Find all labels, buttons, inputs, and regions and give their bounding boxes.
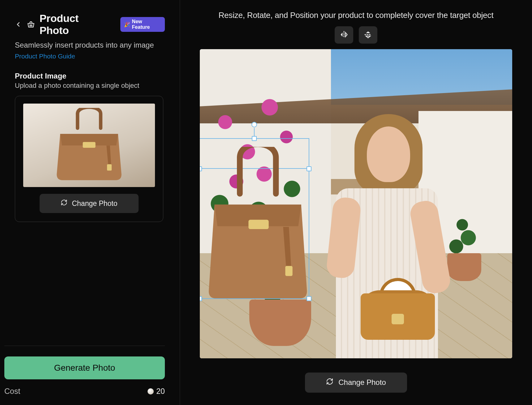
change-scene-photo-label: Change Photo <box>338 378 386 387</box>
product-thumbnail-card: Change Photo <box>15 96 163 222</box>
flip-horizontal-button[interactable] <box>335 26 353 44</box>
page-subtitle: Seamlessly insert products into any imag… <box>15 41 165 49</box>
back-chevron-icon[interactable] <box>14 20 22 28</box>
resize-handle-tm[interactable] <box>252 136 257 141</box>
coin-icon <box>148 388 154 394</box>
rotate-handle[interactable] <box>251 122 257 127</box>
refresh-icon <box>326 378 333 387</box>
product-image-title: Product Image <box>15 72 165 80</box>
person-placeholder <box>317 105 453 358</box>
refresh-icon <box>61 199 67 208</box>
main-canvas-area: Resize, Rotate, and Position your produc… <box>180 0 532 405</box>
party-emoji-icon: 🎉 <box>124 22 130 28</box>
target-bag <box>361 278 435 340</box>
flip-vertical-icon <box>364 30 372 40</box>
svg-rect-3 <box>83 142 95 148</box>
svg-rect-4 <box>107 164 112 171</box>
flip-vertical-button[interactable] <box>359 26 377 44</box>
cost-label: Cost <box>4 387 20 396</box>
product-image-desc: Upload a photo containing a single objec… <box>15 82 165 90</box>
editor-canvas[interactable] <box>200 49 512 358</box>
cost-row: Cost 20 <box>4 387 165 396</box>
cost-value: 20 <box>156 387 165 396</box>
new-feature-badge: 🎉 New Feature <box>120 17 165 32</box>
guide-link[interactable]: Product Photo Guide <box>15 53 75 60</box>
product-thumbnail <box>23 104 155 187</box>
change-scene-photo-button[interactable]: Change Photo <box>305 373 407 393</box>
svg-rect-7 <box>248 220 268 229</box>
badge-label: New Feature <box>132 19 161 30</box>
resize-handle-bl[interactable] <box>200 296 202 301</box>
canvas-instruction: Resize, Rotate, and Position your produc… <box>219 11 494 20</box>
overlaid-product[interactable] <box>200 139 309 298</box>
change-product-photo-button[interactable]: Change Photo <box>40 194 139 213</box>
basket-icon <box>27 20 35 29</box>
svg-rect-8 <box>285 266 292 276</box>
flip-horizontal-icon <box>340 30 348 40</box>
generate-photo-button[interactable]: Generate Photo <box>4 356 165 379</box>
page-title: Product Photo <box>40 12 110 36</box>
canvas-toolbar <box>335 26 377 44</box>
change-product-photo-label: Change Photo <box>72 199 117 208</box>
selection-bounding-box[interactable] <box>200 138 309 299</box>
resize-handle-br[interactable] <box>307 296 311 301</box>
sidebar: Product Photo 🎉 New Feature Seamlessly i… <box>0 0 180 405</box>
